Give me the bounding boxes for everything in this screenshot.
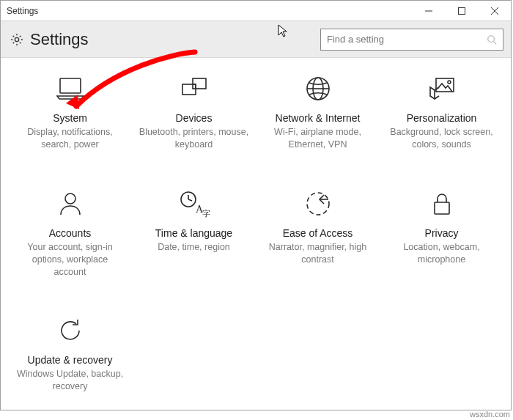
tile-desc: Date, time, region [158, 241, 230, 254]
window-title: Settings [1, 6, 412, 16]
tiles-grid: System Display, notifications, search, p… [1, 58, 511, 393]
tile-time-language[interactable]: A字 Time & language Date, time, region [132, 188, 256, 279]
svg-rect-8 [182, 84, 196, 95]
tile-title: Update & recovery [28, 354, 113, 366]
tile-privacy[interactable]: Privacy Location, webcam, microphone [380, 188, 503, 279]
svg-line-20 [188, 199, 192, 201]
tile-desc: Display, notifications, search, power [15, 126, 125, 151]
tile-title: Ease of Access [283, 227, 353, 239]
tile-accounts[interactable]: Accounts Your account, sign-in options, … [8, 188, 132, 279]
search-input[interactable] [327, 34, 487, 45]
svg-rect-1 [458, 7, 465, 14]
update-icon [54, 314, 86, 347]
svg-point-17 [65, 194, 75, 204]
laptop-icon [54, 73, 86, 105]
header: Settings [1, 21, 511, 58]
tile-desc: Background, lock screen, colors, sounds [387, 126, 497, 151]
maximize-button[interactable] [445, 1, 478, 21]
search-icon [487, 34, 497, 45]
tile-personalization[interactable]: Personalization Background, lock screen,… [380, 73, 503, 151]
tile-desc: Wi-Fi, airplane mode, Ethernet, VPN [263, 126, 373, 151]
tile-desc: Narrator, magnifier, high contrast [263, 241, 373, 266]
tile-title: System [53, 112, 87, 124]
page-title: Settings [30, 30, 320, 49]
personalization-icon [426, 73, 458, 105]
time-language-icon: A字 [178, 188, 210, 220]
svg-point-5 [488, 35, 495, 42]
search-box[interactable] [320, 29, 503, 51]
tile-ease-of-access[interactable]: Ease of Access Narrator, magnifier, high… [256, 188, 380, 279]
titlebar: Settings [1, 1, 511, 21]
gear-icon [10, 32, 24, 47]
tile-update-recovery[interactable]: Update & recovery Windows Update, backup… [8, 314, 132, 393]
tile-title: Devices [176, 112, 213, 124]
tile-title: Accounts [49, 227, 92, 239]
close-button[interactable] [478, 1, 511, 21]
svg-rect-25 [435, 202, 449, 214]
watermark: wsxdn.com [470, 410, 510, 419]
tile-title: Privacy [425, 227, 459, 239]
tile-title: Personalization [407, 112, 477, 124]
tile-system[interactable]: System Display, notifications, search, p… [8, 73, 132, 151]
minimize-button[interactable] [412, 1, 445, 21]
globe-icon [302, 73, 334, 105]
window-controls [412, 1, 511, 21]
devices-icon [178, 73, 210, 105]
tile-title: Network & Internet [276, 112, 361, 124]
maximize-icon [457, 7, 466, 15]
svg-point-23 [307, 193, 329, 215]
tile-desc: Location, webcam, microphone [387, 241, 497, 266]
settings-window: Settings Settings [0, 0, 512, 410]
close-icon [490, 7, 499, 15]
minimize-icon [424, 7, 433, 15]
svg-point-4 [15, 37, 18, 41]
person-icon [54, 188, 86, 220]
tile-desc: Bluetooth, printers, mouse, keyboard [139, 126, 249, 151]
svg-rect-9 [193, 78, 206, 89]
tile-desc: Your account, sign-in options, workplace… [15, 241, 125, 279]
ease-of-access-icon [302, 188, 334, 220]
lock-icon [426, 188, 458, 220]
tile-desc: Windows Update, backup, recovery [15, 368, 125, 393]
svg-rect-7 [60, 78, 81, 93]
svg-line-6 [494, 41, 497, 44]
svg-point-16 [448, 81, 451, 84]
tile-devices[interactable]: Devices Bluetooth, printers, mouse, keyb… [132, 73, 256, 151]
tile-network[interactable]: Network & Internet Wi-Fi, airplane mode,… [256, 73, 380, 151]
tile-title: Time & language [155, 227, 232, 239]
svg-text:字: 字 [202, 209, 210, 218]
